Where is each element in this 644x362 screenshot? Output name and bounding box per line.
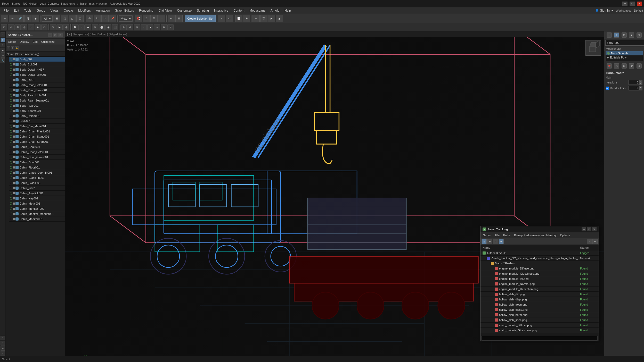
object-name-input[interactable] <box>605 40 644 46</box>
secondary-btn-10[interactable]: ⬣ <box>72 24 78 30</box>
viewcube[interactable] <box>585 40 601 56</box>
secondary-btn-24[interactable]: ? <box>167 24 174 30</box>
select-paint-button[interactable]: ◫ <box>76 15 84 22</box>
scene-list-item[interactable]: Body_Rear_Glass001 <box>9 88 65 93</box>
modify-tab[interactable]: ⚙ <box>1 38 5 42</box>
scene-explorer-close[interactable]: ✕ <box>58 33 63 37</box>
filter-funnel-btn[interactable]: ▼ <box>11 46 14 50</box>
extra-btn-4[interactable]: → <box>1 351 5 356</box>
select-object-button[interactable]: ▣ <box>53 15 60 22</box>
at-tool-btn-2[interactable]: ⊞ <box>487 239 492 244</box>
secondary-btn-13[interactable]: ⊕ <box>92 24 98 30</box>
menu-graph-editors[interactable]: Graph Editors <box>112 8 136 13</box>
scene-list-item[interactable]: Cabin_Door001 <box>9 160 65 165</box>
at-list-row[interactable]: engine_module_ior.png Found <box>480 276 599 281</box>
menu-megascans[interactable]: Megascans <box>247 8 268 13</box>
scene-list-item[interactable]: Cabin_Monitor001 <box>9 216 65 222</box>
utilities-tab[interactable]: 🔧 <box>1 58 5 63</box>
at-menu-bitmap[interactable]: Bitmap Performance and Memory <box>512 233 558 237</box>
scene-menu-display[interactable]: Display <box>18 40 31 44</box>
scene-list-item[interactable]: Cabin_Chair_Stand001 <box>9 134 65 139</box>
scale-button[interactable]: ⤡ <box>101 15 109 22</box>
secondary-btn-23[interactable]: ◍ <box>161 24 167 30</box>
render-setup-button[interactable]: 🎬 <box>260 15 267 22</box>
secondary-btn-6[interactable]: ◈ <box>35 24 41 30</box>
create-panel-tab[interactable]: + <box>607 32 612 38</box>
at-tool-btn-4[interactable]: ◈ <box>499 239 504 244</box>
hierarchy-tab[interactable]: ⊞ <box>1 43 5 47</box>
menu-help[interactable]: Help <box>282 8 294 13</box>
extra-btn-1[interactable]: ◻ <box>1 336 5 340</box>
scene-list-item[interactable]: Cabin_Floor001 <box>9 165 65 170</box>
at-list-row[interactable]: hollow_slab_displ.png Found <box>480 297 599 302</box>
menu-group[interactable]: Group <box>34 8 48 13</box>
secondary-btn-18[interactable]: ⊜ <box>127 24 133 30</box>
rotate-button[interactable]: ↻ <box>94 15 101 22</box>
at-list-row[interactable]: engine_module_Normal.png Found <box>480 281 599 287</box>
scene-list-item[interactable]: Body_Detail_Low001 <box>9 72 65 77</box>
render-iters-checkbox[interactable] <box>606 87 609 90</box>
show-end-btn[interactable]: ◑ <box>614 63 619 69</box>
secondary-btn-7[interactable]: ⬡ <box>41 24 47 30</box>
view-dropdown[interactable]: View <box>119 15 133 22</box>
spinner-snap-button[interactable]: ~ <box>158 15 165 22</box>
scene-menu-customize[interactable]: Customize <box>40 40 56 44</box>
at-list-row[interactable]: hollow_slab_spec.png Found <box>480 317 599 323</box>
layer-manager-button[interactable]: ≡ <box>218 15 225 22</box>
secondary-btn-16[interactable]: ⬛ <box>112 24 118 30</box>
scene-list-item[interactable]: Cabin_In001 <box>9 186 65 191</box>
scene-list-item[interactable]: Cabin_Glass_In001 <box>9 175 65 180</box>
secondary-btn-2[interactable]: ↩ <box>8 24 14 30</box>
secondary-btn-5[interactable]: ✦ <box>28 24 34 30</box>
at-menu-server[interactable]: Server <box>482 233 493 237</box>
scene-list-item[interactable]: Cabin_Glass001 <box>9 180 65 186</box>
menu-interactive[interactable]: Interactive <box>211 8 231 13</box>
at-list-row[interactable]: hollow_slab_norm.png Found <box>480 312 599 317</box>
at-list-row[interactable]: engine_module_Glossiness.png Found <box>480 271 599 276</box>
delete-modifier-btn[interactable]: 🗑 <box>629 63 634 69</box>
at-list-row[interactable]: main_module_Glossiness.png Found <box>480 328 599 333</box>
select-lasso-button[interactable]: ◻ <box>69 15 76 22</box>
scene-list-item[interactable]: Body_002 <box>9 57 65 62</box>
menu-scripting[interactable]: Scripting <box>194 8 211 13</box>
scene-list-item[interactable]: Cabin_Monitor_Moount001 <box>9 211 65 216</box>
secondary-btn-3[interactable]: ⊞ <box>14 24 21 30</box>
secondary-btn-14[interactable]: ⬤ <box>99 24 105 30</box>
iterations-down[interactable]: ▼ <box>639 82 642 85</box>
scene-list-item[interactable]: Body001 <box>9 119 65 124</box>
secondary-btn-4[interactable]: ◎ <box>21 24 27 30</box>
secondary-btn-22[interactable]: ⬨ <box>154 24 160 30</box>
at-list-row[interactable]: hollow_slab_gloss.png Found <box>480 307 599 312</box>
secondary-btn-15[interactable]: ◉ <box>105 24 111 30</box>
scene-list-item[interactable]: Body_Detail_HI037 <box>9 67 65 72</box>
at-tool-btn-1[interactable]: ◎ <box>482 239 487 244</box>
at-list-row[interactable]: Maps / Shaders <box>480 261 599 266</box>
at-menu-options[interactable]: Options <box>559 233 572 237</box>
scene-list-item[interactable]: Cabin_Metal001 <box>9 201 65 206</box>
menu-edit[interactable]: Edit <box>11 8 22 13</box>
close-button[interactable]: ✕ <box>637 2 642 6</box>
unlink-button[interactable]: ⛓ <box>24 15 31 22</box>
scene-menu-edit[interactable]: Edit <box>31 40 39 44</box>
at-list-row[interactable]: Autodesk Vault Logged <box>480 250 599 256</box>
maximize-button[interactable]: □ <box>630 2 635 6</box>
scene-list-item[interactable]: Cabin_Chair_Plastic001 <box>9 129 65 134</box>
mirror-button[interactable]: ⇔ <box>168 15 175 22</box>
scene-list-item[interactable]: Body_Rear_Seams001 <box>9 98 65 103</box>
render-iters-input[interactable] <box>629 86 639 90</box>
percent-snap-button[interactable]: % <box>150 15 158 22</box>
at-tool-btn-3[interactable]: ○ <box>493 239 498 244</box>
scene-explorer-minimize[interactable]: ─ <box>48 33 52 37</box>
render-iters-up[interactable]: ▲ <box>639 86 642 88</box>
display-tab[interactable]: 👁 <box>1 53 5 58</box>
scene-list-item[interactable]: Body_In001 <box>9 77 65 82</box>
active-shade-button[interactable]: ◑ <box>276 15 283 22</box>
iterations-up[interactable]: ▲ <box>639 80 642 82</box>
scene-list-item[interactable]: Body_Rear001 <box>9 103 65 108</box>
align-button[interactable]: ⊞ <box>175 15 183 22</box>
secondary-btn-9[interactable]: ◷ <box>63 24 69 30</box>
scene-explorer-maximize[interactable]: □ <box>53 33 58 37</box>
playback-btn[interactable]: ▶ <box>56 24 63 30</box>
secondary-btn-8[interactable]: ⊙ <box>50 24 56 30</box>
scene-list-item[interactable]: Body_Bolt001 <box>9 62 65 67</box>
